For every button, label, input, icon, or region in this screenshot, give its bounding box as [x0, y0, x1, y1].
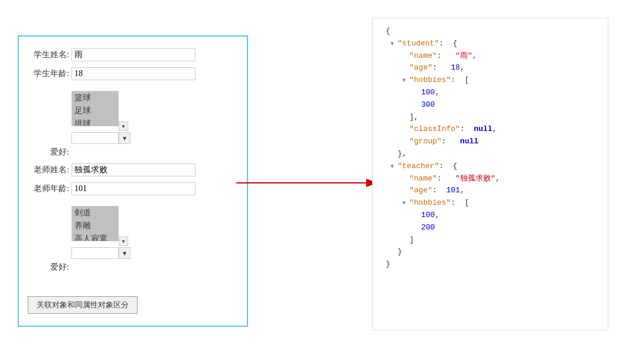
teacher-hobbies-listbox[interactable]: 剑道 养雕 高人寂寞 [71, 206, 119, 241]
red-arrow [230, 165, 390, 201]
json-line-student: "student": { [379, 38, 602, 50]
json-line-teacher-close: } [379, 246, 602, 258]
teacher-age-input[interactable] [71, 182, 196, 195]
teacher-hobbies-selected-display [71, 247, 119, 259]
student-name-input[interactable] [71, 48, 196, 61]
student-hobbies-scroll-down[interactable]: ▼ [119, 122, 128, 131]
json-line-t-hobby-100: 100, [379, 209, 602, 222]
json-line-teacher: "teacher": { [379, 160, 602, 173]
student-age-input[interactable] [71, 67, 196, 80]
hobby-item-volleyball[interactable]: 排球 [72, 117, 118, 126]
tri-teacher[interactable] [390, 162, 396, 172]
teacher-hobbies-label [28, 201, 69, 202]
student-hobbies-dropdown-arrow[interactable]: ▼ [119, 132, 131, 144]
hobby-item-solitude[interactable]: 高人寂寞 [72, 232, 118, 241]
json-line-classinfo: "classInfo": null, [379, 123, 602, 136]
teacher-hobbies-dropdown-arrow[interactable]: ▼ [119, 247, 131, 259]
json-line-t-hobbies-close: ] [379, 234, 602, 247]
student-name-row: 学生姓名: [28, 48, 238, 61]
student-hobbies-listbox[interactable]: 篮球 足球 排球 [71, 91, 119, 126]
json-line-root-close: } [379, 258, 602, 271]
json-line-group: "group": null [379, 136, 602, 148]
teacher-name-label: 老师姓名: [28, 165, 69, 175]
json-line-student-close: }, [379, 148, 602, 160]
form-panel: 学生姓名: 学生年龄: 篮球 足球 排球 ▼ [18, 35, 248, 327]
tri-student[interactable] [390, 40, 396, 49]
teacher-name-row: 老师姓名: [28, 163, 238, 176]
teacher-hobbies-scroll-down[interactable]: ▼ [119, 237, 128, 246]
teacher-hobbies-select-row: 剑道 养雕 高人寂寞 ▼ [71, 201, 131, 246]
json-line-teacher-age: "age": 101, [379, 185, 602, 197]
student-hobby-label-row: 爱好: [28, 147, 238, 158]
json-line-student-hobbies: "hobbies": [ [379, 74, 602, 87]
json-panel: ▼ { "student": { "name": "雨", "age": 18,… [372, 18, 608, 330]
hobby-item-eagle[interactable]: 养雕 [72, 219, 118, 232]
student-hobbies-selected-display [71, 132, 119, 144]
hobby-item-soccer[interactable]: 足球 [72, 104, 118, 117]
hobby-item-jdao[interactable]: 剑道 [72, 206, 118, 219]
teacher-name-input[interactable] [71, 163, 196, 176]
json-line-s-hobby-300: 300 [379, 99, 602, 112]
tri-t-hobbies[interactable] [402, 199, 408, 208]
teacher-age-row: 老师年龄: [28, 182, 238, 195]
student-hobbies-select-row: 篮球 足球 排球 ▼ [71, 86, 131, 131]
student-age-row: 学生年龄: [28, 67, 238, 80]
teacher-hobbies-row: 剑道 养雕 高人寂寞 ▼ ▼ [28, 201, 238, 259]
teacher-age-label: 老师年龄: [28, 183, 69, 194]
teacher-hobby-label-row: 爱好: [28, 262, 238, 273]
json-line-student-age: "age": 18, [379, 62, 602, 74]
student-name-label: 学生姓名: [28, 50, 69, 60]
student-age-label: 学生年龄: [28, 68, 69, 79]
json-line-s-hobby-100: 100, [379, 87, 602, 99]
teacher-hobbies-wrapper: 剑道 养雕 高人寂寞 ▼ ▼ [71, 201, 131, 259]
json-line-teacher-name: "name": "独孤求败", [379, 173, 602, 185]
student-hobbies-wrapper: 篮球 足球 排球 ▼ ▼ [71, 86, 131, 144]
tri-s-hobbies[interactable] [402, 76, 408, 86]
json-line-root-open: ▼ { [379, 25, 602, 38]
student-hobbies-row: 篮球 足球 排球 ▼ ▼ [28, 86, 238, 144]
json-line-teacher-hobbies: "hobbies": [ [379, 197, 602, 209]
button-row: 关联对象和同属性对象区分 [28, 281, 238, 314]
associate-button[interactable]: 关联对象和同属性对象区分 [28, 296, 138, 314]
student-hobbies-label [28, 86, 69, 87]
json-line-t-hobby-200: 200 [379, 222, 602, 234]
json-line-s-hobbies-close: ], [379, 112, 602, 124]
hobby-item-basketball[interactable]: 篮球 [72, 91, 118, 104]
teacher-hobby-row-label: 爱好: [28, 262, 69, 273]
student-hobby-row-label: 爱好: [28, 147, 69, 158]
json-line-student-name: "name": "雨", [379, 50, 602, 63]
